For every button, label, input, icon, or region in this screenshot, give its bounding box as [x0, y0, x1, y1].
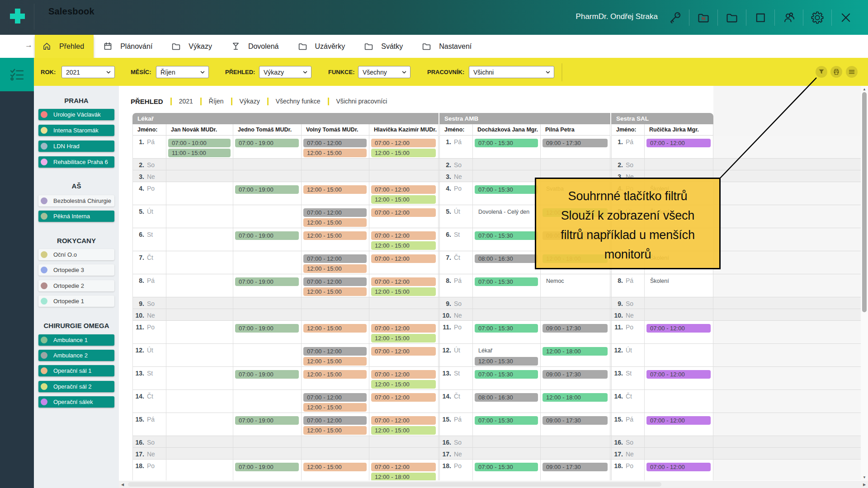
shift-pill[interactable]: 07:00 - 15:30 [475, 463, 538, 471]
key-icon[interactable] [668, 11, 682, 24]
shift-pill[interactable]: 12:00 - 15:00 [371, 287, 436, 296]
sidebar-item-ocni-o-o[interactable]: Oční O.o [38, 249, 114, 260]
sidebar-item-pekna-interna[interactable]: Pěkná Interna [38, 211, 114, 222]
shift-pill[interactable]: 09:00 - 17:30 [542, 324, 608, 333]
shift-pill[interactable]: 07:00 - 15:30 [475, 139, 538, 147]
shift-pill[interactable]: 12:00 - 15:00 [303, 185, 367, 194]
sidebar-item-operacni-sal-2[interactable]: Operační sál 2 [38, 381, 114, 392]
shift-pill[interactable]: 12:00 - 18:00 [542, 393, 608, 402]
sidebar-item-operacni-salek[interactable]: Operační sálek [38, 396, 114, 408]
shift-pill[interactable]: 07:00 - 15:30 [475, 370, 538, 379]
collapse-arrow-icon[interactable]: → [25, 41, 33, 50]
shift-pill[interactable]: 07:00 - 12:00 [371, 254, 436, 263]
vertical-scroll-thumb[interactable] [862, 92, 867, 312]
shift-pill[interactable]: 12:00 - 15:00 [303, 264, 367, 273]
sidebar-item-ortopedie-3[interactable]: Ortopedie 3 [38, 264, 114, 276]
shift-pill[interactable]: 07:00 - 12:00 [646, 463, 711, 471]
breadcrumb-item[interactable]: 2021 [179, 98, 193, 105]
shift-pill[interactable]: 09:00 - 17:30 [542, 463, 608, 471]
sidebar-item-ortopedie-1[interactable]: Ortopedie 1 [38, 296, 114, 307]
shift-pill[interactable]: 12:00 - 15:00 [371, 334, 436, 343]
sidebar-item-ambulance-2[interactable]: Ambulance 2 [38, 350, 114, 361]
filter-select-rok[interactable]: 2021 [61, 66, 115, 78]
shift-pill[interactable]: 07:00 - 12:00 [303, 254, 367, 263]
shift-pill[interactable]: 12:00 - 15:00 [303, 370, 367, 379]
shift-pill[interactable]: 12:00 - 15:00 [303, 231, 367, 240]
tab-vykazy[interactable]: Výkazy [162, 35, 222, 58]
shift-pill[interactable]: 07:00 - 12:00 [371, 393, 436, 402]
shift-pill[interactable]: 12:00 - 15:30 [475, 357, 538, 366]
sidebar-item-ambulance-1[interactable]: Ambulance 1 [38, 334, 114, 346]
shift-pill[interactable]: 07:00 - 12:00 [303, 277, 367, 286]
gear-icon[interactable] [811, 11, 824, 24]
scroll-down-icon[interactable]: ▼ [861, 475, 868, 479]
shift-pill[interactable]: 07:00 - 19:00 [235, 463, 299, 471]
breadcrumb-item[interactable]: Výkazy [240, 98, 260, 105]
shift-pill[interactable]: 09:00 - 17:30 [542, 139, 608, 147]
vertical-scrollbar[interactable]: ▲ ▼ [861, 86, 868, 481]
shift-pill[interactable]: 12:00 - 15:00 [303, 324, 367, 333]
breadcrumb-item[interactable]: Říjen [209, 98, 224, 105]
shift-pill[interactable]: 07:00 - 19:00 [235, 370, 299, 379]
scroll-up-icon[interactable]: ▲ [861, 87, 868, 91]
filter-button[interactable] [816, 66, 827, 78]
shift-pill[interactable]: 12:00 - 15:00 [303, 426, 367, 435]
shift-pill[interactable]: 12:00 - 15:00 [371, 380, 436, 389]
folder-n-icon[interactable] [697, 11, 710, 24]
shift-pill[interactable]: 07:00 - 12:00 [371, 185, 436, 194]
shift-pill[interactable]: 07:00 - 12:00 [371, 208, 436, 217]
shift-pill[interactable]: 07:00 - 19:00 [235, 324, 299, 333]
shift-pill[interactable]: 07:00 - 10:00 [168, 139, 231, 147]
tab-svatky[interactable]: Svátky [354, 35, 412, 58]
shift-pill[interactable]: 07:00 - 15:30 [475, 185, 538, 194]
shift-pill[interactable]: 07:00 - 12:00 [371, 324, 436, 333]
shift-pill[interactable]: 12:00 - 15:00 [371, 241, 436, 250]
folder-icon[interactable] [725, 11, 739, 24]
tab-nastaveni[interactable]: Nastavení [412, 35, 481, 58]
shift-pill[interactable]: 07:00 - 12:00 [303, 347, 367, 356]
plus-logo-icon[interactable] [10, 9, 25, 23]
shift-pill[interactable]: 07:00 - 12:00 [646, 416, 711, 425]
shift-pill[interactable]: 12:00 - 18:00 [371, 473, 436, 480]
scroll-right-icon[interactable]: ▶ [861, 483, 868, 487]
filter-select-měsíc[interactable]: Říjen [156, 66, 209, 78]
shift-pill[interactable]: 12:00 - 15:00 [371, 426, 436, 435]
menu-button[interactable] [846, 66, 858, 78]
shift-pill[interactable]: 07:00 - 19:00 [235, 139, 299, 147]
shift-pill[interactable]: 07:00 - 19:00 [235, 231, 299, 240]
square-icon[interactable] [754, 11, 767, 24]
shift-pill[interactable]: 07:00 - 15:30 [475, 231, 538, 240]
shift-pill[interactable]: 08:00 - 16:30 [475, 393, 538, 402]
shift-pill[interactable]: 12:00 - 15:00 [303, 287, 367, 296]
shift-pill[interactable]: 12:00 - 15:00 [303, 403, 367, 412]
breadcrumb-item[interactable]: Všichni pracovníci [336, 98, 387, 105]
shift-pill[interactable]: 07:00 - 12:00 [646, 139, 711, 147]
horizontal-scroll-thumb[interactable] [128, 482, 661, 487]
shift-pill[interactable]: 07:00 - 15:30 [475, 416, 538, 425]
scroll-left-icon[interactable]: ◀ [119, 483, 126, 487]
tab-dovolena[interactable]: Dovolená [222, 35, 288, 58]
sidebar-item-ldn-hrad[interactable]: LDN Hrad [38, 141, 114, 152]
shift-pill[interactable]: 07:00 - 15:30 [475, 277, 538, 286]
shift-pill[interactable]: 12:00 - 15:00 [303, 149, 367, 157]
sidebar-item-urologie-vaclavak[interactable]: Urologie Václavák [38, 109, 114, 120]
shift-pill[interactable]: 12:00 - 18:00 [542, 347, 608, 356]
shift-pill[interactable]: 12:00 - 15:00 [303, 357, 367, 366]
horizontal-scrollbar[interactable]: ◀ ▶ [119, 481, 868, 488]
shift-pill[interactable]: 07:00 - 12:00 [371, 139, 436, 147]
sidebar-item-interna-staromak[interactable]: Interna Staromák [38, 125, 114, 136]
shift-pill[interactable]: 07:00 - 12:00 [646, 370, 711, 379]
shift-pill[interactable]: 07:00 - 15:30 [475, 324, 538, 333]
shift-pill[interactable]: 07:00 - 12:00 [371, 277, 436, 286]
shift-pill[interactable]: 07:00 - 19:00 [235, 277, 299, 286]
shift-pill[interactable]: 07:00 - 19:00 [235, 185, 299, 194]
shift-pill[interactable]: 07:00 - 12:00 [371, 463, 436, 471]
tab-prehled[interactable]: Přehled [35, 35, 94, 58]
shift-pill[interactable]: 09:00 - 17:30 [542, 416, 608, 425]
shift-pill[interactable]: 07:00 - 19:00 [235, 416, 299, 425]
shift-pill[interactable]: 08:00 - 16:30 [475, 254, 538, 263]
shift-pill[interactable]: 12:00 - 15:00 [303, 463, 367, 471]
shift-pill[interactable]: 07:00 - 12:00 [371, 347, 436, 356]
sidebar-item-ortopedie-2[interactable]: Ortopedie 2 [38, 280, 114, 291]
shift-pill[interactable]: 11:00 - 15:00 [168, 149, 231, 157]
